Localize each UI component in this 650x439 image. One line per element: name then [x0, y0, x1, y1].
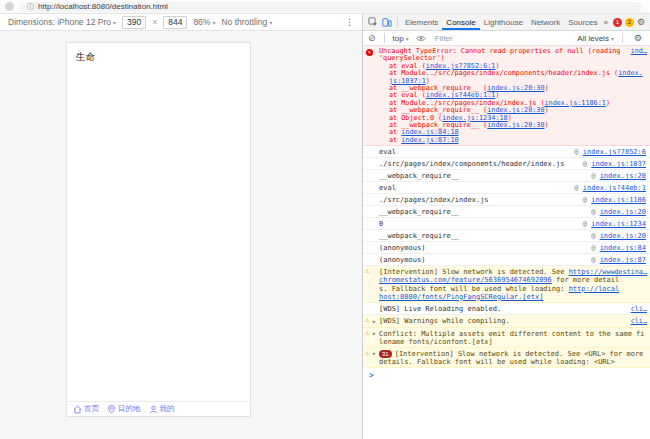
settings-gear-icon[interactable]: ⚙	[634, 17, 648, 27]
devtools-tabs: ElementsConsoleLighthouseNetworkSources	[401, 14, 602, 30]
device-toolbar-toggle-icon[interactable]	[380, 17, 394, 27]
stack-frame-row: ./src/pages/index/index.js@ index.js:118…	[363, 194, 650, 206]
device-dimensions-select[interactable]: Dimensions: iPhone 12 Pro ▾	[8, 17, 116, 27]
url-text: http://localhost:8080/destination.html	[38, 2, 168, 11]
tabbar-item-home[interactable]: 首页	[73, 404, 99, 414]
page-info-icon[interactable]: ⓘ	[27, 2, 34, 12]
warning-count-badge[interactable]: 2	[625, 18, 634, 27]
tab-network[interactable]: Network	[527, 14, 564, 30]
devtools-tabbar: ElementsConsoleLighthouseNetworkSources …	[363, 14, 650, 31]
warning-icon: ⚠	[365, 349, 369, 357]
page-heading: 生命	[76, 51, 95, 64]
prompt-chevron-icon: >	[369, 371, 374, 380]
frame-function-name: ./src/pages/index/index.js	[379, 196, 579, 204]
chevron-down-icon: ▾	[406, 35, 409, 42]
tab-sources[interactable]: Sources	[564, 14, 601, 30]
phone-tabbar: 首页目的地我的	[67, 401, 250, 416]
source-location-link[interactable]: cli…	[631, 317, 647, 325]
frame-location-link[interactable]: index.js:20	[600, 172, 646, 180]
error-stack-line: at index.js:87:10	[379, 137, 646, 144]
console-log: [WDS] Live Reloading enabled.cli…	[363, 303, 650, 315]
chevron-down-icon: ▾	[611, 35, 614, 42]
stack-location-link[interactable]: index.js:87:10	[401, 136, 458, 144]
zoom-select[interactable]: 86% ▾	[193, 17, 215, 27]
frame-location-link[interactable]: index.js:87	[600, 256, 646, 264]
frame-location-link[interactable]: index.js:20	[600, 232, 646, 240]
console-messages: ×Uncaught TypeError: Cannot read propert…	[363, 46, 650, 439]
stack-frame-row: eval@ index.js?44eb:1	[363, 182, 650, 194]
stack-frame-row: 0@ index.js:1234	[363, 218, 650, 230]
stack-location-link[interactable]: index.js:1186:1	[545, 99, 606, 107]
devtools-panel: ElementsConsoleLighthouseNetworkSources …	[362, 14, 650, 439]
stack-frame-row: eval@ index.js?7852:6	[363, 146, 650, 158]
stack-frame-row: __webpack_require__@ index.js:20	[363, 170, 650, 182]
throttling-select[interactable]: No throttling ▾	[221, 17, 272, 27]
live-expression-eye-icon[interactable]	[414, 35, 428, 42]
frame-function-name: eval	[379, 184, 570, 192]
stack-frame-row: __webpack_require__@ index.js:20	[363, 230, 650, 242]
frame-location-link[interactable]: index.js:20	[600, 208, 646, 216]
console-warning: ⚠▶Conflict: Multiple assets emit differe…	[363, 328, 650, 348]
console-filter-input[interactable]	[433, 33, 537, 44]
frame-function-name: 0	[379, 220, 579, 228]
stack-location-link[interactable]: index.js:1037:1	[389, 69, 643, 84]
chevron-down-icon: ▾	[212, 19, 215, 26]
browser-nav-button[interactable]	[5, 2, 14, 11]
console-prompt[interactable]: >	[363, 368, 650, 382]
frame-function-name: __webpack_require__	[379, 208, 587, 216]
stack-frame-row: (anonymous)@ index.js:84	[363, 242, 650, 254]
frame-location-link[interactable]: index.js:1186	[591, 196, 646, 204]
device-height-input[interactable]: 844	[163, 16, 187, 29]
frame-function-name: __webpack_require__	[379, 232, 587, 240]
console-context-value: top	[393, 34, 404, 43]
console-settings-icon[interactable]: ⚙	[631, 33, 645, 43]
console-warning: ⚠▶[WDS] Warnings while compiling.cli…	[363, 315, 650, 327]
frame-function-name: eval	[379, 148, 570, 156]
device-viewport: 生命 首页目的地我的	[0, 31, 362, 439]
stack-location-link[interactable]: index.js:20:30	[487, 121, 544, 129]
inspect-element-icon[interactable]	[366, 17, 380, 27]
stack-frame-row: __webpack_require__@ index.js:20	[363, 206, 650, 218]
frame-location-link[interactable]: index.js:1234	[591, 220, 646, 228]
more-tabs-chevron-icon[interactable]: »	[602, 18, 610, 27]
tabbar-item-label: 我的	[160, 404, 175, 414]
user-icon	[149, 405, 158, 414]
chevron-down-icon: ▾	[269, 19, 272, 26]
tabbar-item-label: 首页	[84, 404, 99, 414]
clear-console-icon[interactable]: ⊘	[368, 33, 376, 43]
warning-icon: ⚠	[365, 329, 369, 337]
chevron-down-icon: ▾	[113, 19, 116, 26]
console-error-message: ×Uncaught TypeError: Cannot read propert…	[363, 46, 650, 146]
tabbar-item-user[interactable]: 我的	[149, 404, 175, 414]
frame-location-link[interactable]: index.js?44eb:1	[583, 184, 646, 192]
expand-arrow-icon[interactable]: ▶	[373, 350, 376, 358]
error-stack-line: at Module../src/pages/index/components/h…	[379, 70, 646, 85]
console-context-select[interactable]: top ▾	[393, 34, 409, 43]
expand-arrow-icon[interactable]: ▶	[373, 330, 376, 338]
tab-lighthouse[interactable]: Lighthouse	[480, 14, 527, 30]
console-toolbar: ⊘ top ▾ All levels ▾ ⚙	[363, 31, 650, 46]
source-location-link[interactable]: ind…	[631, 48, 647, 55]
device-width-input[interactable]: 390	[122, 16, 146, 29]
source-location-link[interactable]: destina…	[614, 268, 647, 276]
frame-function-name: __webpack_require__	[379, 172, 587, 180]
address-bar[interactable]: ⓘ http://localhost:8080/destination.html	[20, 2, 642, 12]
frame-location-link[interactable]: index.js:84	[600, 244, 646, 252]
message-link[interactable]: https://www.chromestatus.com/feature/563…	[379, 268, 619, 284]
tabbar-item-pin[interactable]: 目的地	[107, 404, 141, 414]
source-location-link[interactable]: cli…	[631, 305, 647, 313]
frame-location-link[interactable]: index.js:1037	[591, 160, 646, 168]
frame-function-name: (anonymous)	[379, 256, 587, 264]
log-levels-select[interactable]: All levels ▾	[577, 34, 614, 43]
tab-console[interactable]: Console	[442, 14, 479, 30]
tab-elements[interactable]: Elements	[401, 14, 442, 30]
stack-frame-row: (anonymous)@ index.js:87	[363, 254, 650, 266]
device-dimensions-label: Dimensions: iPhone 12 Pro	[8, 17, 111, 27]
frame-location-link[interactable]: index.js?7852:6	[583, 148, 646, 156]
error-count-badge[interactable]: 1	[613, 18, 622, 27]
dimensions-separator: ×	[152, 17, 157, 27]
device-toolbar-menu-icon[interactable]: ⋮	[345, 17, 354, 27]
message-link[interactable]: http://localhost:8080/fonts/PingFangSCRe…	[379, 285, 619, 301]
expand-arrow-icon[interactable]: ▶	[373, 318, 376, 326]
frame-function-name: (anonymous)	[379, 244, 587, 252]
